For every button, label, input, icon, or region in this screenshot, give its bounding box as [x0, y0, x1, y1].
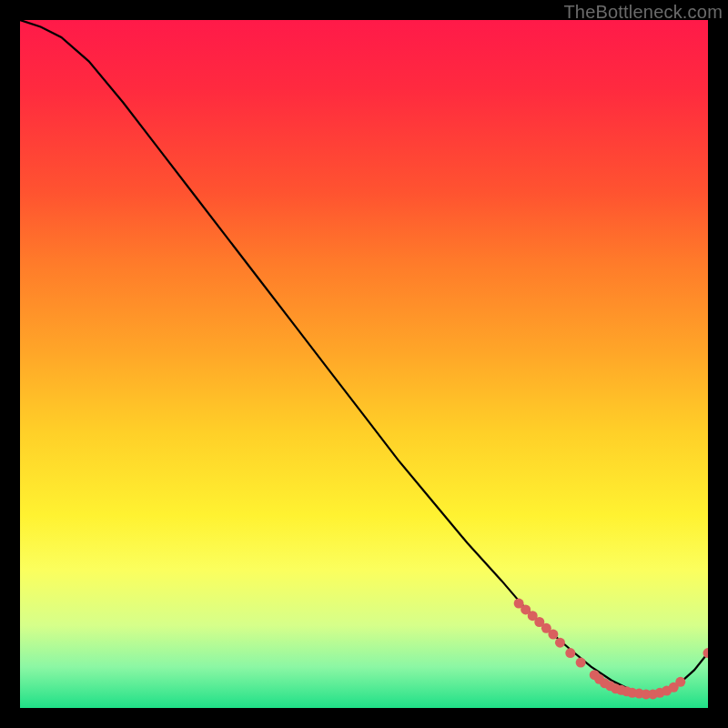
data-point — [548, 630, 558, 640]
chart-stage: TheBottleneck.com — [0, 0, 728, 728]
curve-line — [20, 20, 708, 694]
curve-markers — [514, 599, 708, 700]
data-point — [555, 638, 565, 648]
data-point — [565, 648, 575, 658]
data-point — [576, 658, 586, 668]
plot-area — [20, 20, 708, 708]
data-point — [675, 677, 685, 687]
data-point — [703, 648, 709, 658]
chart-svg — [20, 20, 708, 708]
